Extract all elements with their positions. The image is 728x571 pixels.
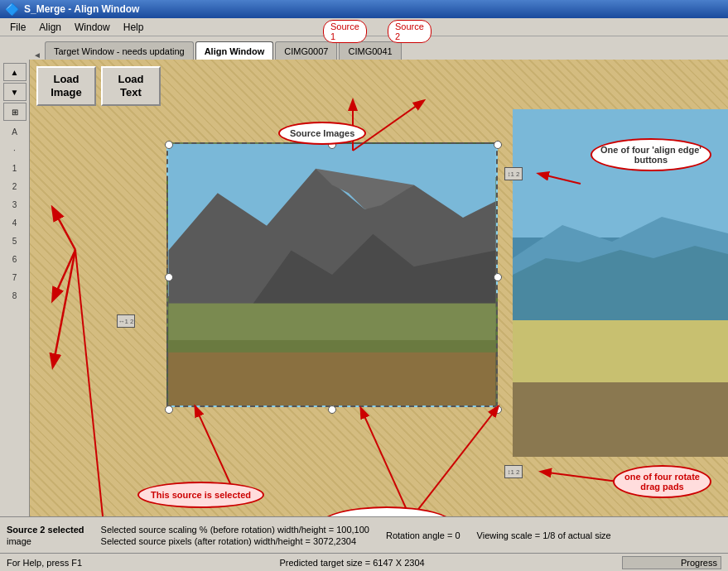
handle-mid-left[interactable] (165, 273, 173, 281)
status-viewing-label: Viewing scale = 1/8 of actual size (477, 530, 611, 540)
source2-annotation: Source 2 (388, 20, 431, 43)
status-source-type: image (7, 536, 84, 546)
load-text-button[interactable]: LoadText (101, 66, 161, 106)
menu-file[interactable]: File (3, 20, 32, 35)
source1-annotation: Source 1 (323, 20, 367, 43)
toolbar-btn-scroll-up[interactable]: ▲ (3, 63, 27, 81)
progress-label: Progress (681, 558, 717, 568)
svg-line-20 (53, 209, 75, 250)
svg-rect-4 (513, 382, 728, 457)
source-image-selected[interactable] (166, 142, 498, 407)
tab-scroll-left[interactable]: ◄ (33, 50, 41, 60)
ruler-label-2: 2 (0, 177, 29, 195)
svg-rect-0 (513, 109, 728, 242)
progress-bar: Progress (622, 556, 721, 569)
handle-top-right[interactable] (494, 141, 502, 149)
status-source-info: Source 2 selected image (7, 525, 84, 546)
toolbar-btn-scroll-down[interactable]: ▼ (3, 83, 27, 101)
tab-cimg0041[interactable]: CIMG0041 (339, 41, 401, 60)
menu-align[interactable]: Align (32, 20, 68, 35)
ruler-label-5: 5 (0, 232, 29, 250)
svg-rect-10 (169, 348, 496, 405)
main-area: ▲ ▼ ⊞ A · 1 2 3 4 5 6 7 8 LoadImage Load… (0, 60, 728, 516)
svg-rect-11 (169, 340, 496, 353)
handle-bot-right[interactable] (494, 405, 502, 414)
status-viewing: Viewing scale = 1/8 of actual size (477, 530, 611, 540)
ruler-label-4: 4 (0, 214, 29, 232)
menu-help[interactable]: Help (117, 20, 151, 35)
app-icon: 🔷 (5, 2, 19, 16)
load-buttons-area: LoadImage LoadText (36, 66, 161, 106)
tab-align-window[interactable]: Align Window (195, 41, 274, 60)
help-text: For Help, press F1 (7, 558, 82, 568)
move-left-button[interactable]: ↔1 2 (117, 314, 135, 328)
status-source-label: Source 2 selected (7, 525, 84, 535)
svg-line-18 (411, 407, 498, 516)
titlebar: 🔷 S_Merge - Align Window (0, 0, 728, 18)
svg-line-17 (361, 409, 411, 516)
handle-bot-left[interactable] (165, 405, 173, 414)
svg-line-23 (75, 250, 108, 516)
bottombar: For Help, press F1 Predicted target size… (0, 553, 728, 571)
ruler-label-3: 3 (0, 195, 29, 214)
annotation-source-images: Source Images (278, 122, 366, 145)
svg-line-19 (542, 472, 618, 482)
title-text: S_Merge - Align Window (24, 3, 139, 15)
annotation-align-edge: One of four 'align edge'buttons (591, 138, 711, 171)
toolbar-btn-grid[interactable]: ⊞ (3, 103, 27, 121)
canvas-area[interactable]: LoadImage LoadText (30, 60, 728, 516)
svg-line-21 (53, 250, 75, 300)
ruler-label-1: 1 (0, 159, 29, 177)
predicted-size-text: Predicted target size = 6147 X 2304 (279, 558, 424, 568)
align-edge-top-button[interactable]: ↕1 2 (504, 167, 523, 180)
menu-window[interactable]: Window (68, 20, 117, 35)
load-image-button[interactable]: LoadImage (36, 66, 96, 106)
ruler-label-6: 6 (0, 250, 29, 268)
status-rotation-label: Rotation angle = 0 (386, 530, 460, 540)
ruler-label-a: A (0, 122, 29, 141)
handle-mid-right[interactable] (494, 273, 502, 281)
status-scaling-info: Selected source scaling % (before rotati… (101, 525, 369, 546)
handle-bot-center[interactable] (328, 405, 336, 414)
ruler-label-7: 7 (0, 268, 29, 286)
annotation-rotate-drag: one of four rotatedrag pads (613, 465, 711, 498)
statusbar: Source 2 selected image Selected source … (0, 516, 728, 553)
tab-target-window[interactable]: Target Window - needs updating (45, 41, 194, 60)
svg-line-22 (53, 250, 75, 366)
ruler-label-dots: · (0, 141, 29, 159)
svg-rect-3 (513, 320, 728, 386)
tab-row: Source 1 Source 2 ◄ Target Window - need… (0, 36, 728, 60)
status-pixels-label: Selected source pixels (after rotation) … (101, 536, 369, 546)
annotation-corner-drag: One of eight corner/edgestretch -squash … (320, 506, 454, 516)
ruler-label-8: 8 (0, 286, 29, 305)
tab-cimg0007[interactable]: CIMG0007 (275, 41, 337, 60)
status-scaling-label: Selected source scaling % (before rotati… (101, 525, 369, 535)
align-edge-bottom-button[interactable]: ↕1 2 (504, 465, 523, 478)
handle-top-left[interactable] (165, 141, 173, 149)
status-rotation: Rotation angle = 0 (386, 530, 460, 540)
left-toolbar: ▲ ▼ ⊞ A · 1 2 3 4 5 6 7 8 (0, 60, 30, 516)
annotation-this-source: This source is selected (137, 482, 264, 508)
